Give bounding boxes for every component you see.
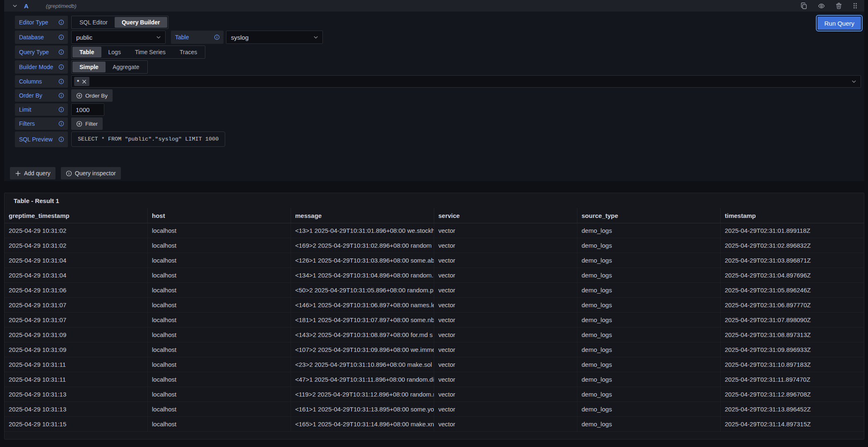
column-header-source_type[interactable]: source_type	[577, 208, 721, 223]
query-inspector-button[interactable]: Query inspector	[61, 167, 121, 179]
order-by-row: Order By Order By	[15, 89, 861, 102]
query-type-option-traces[interactable]: Traces	[173, 47, 204, 57]
table-cell: 2025-04-29T02:31:04.897696Z	[721, 268, 864, 282]
editor-type-option-query-builder[interactable]: Query Builder	[115, 17, 167, 28]
table-cell: 2025-04-29T02:31:11.897470Z	[721, 372, 864, 387]
query-type-group: Table Logs Time Series Traces	[71, 45, 205, 59]
table-cell: vector	[434, 402, 577, 416]
circle-plus-icon	[76, 93, 82, 99]
remove-query-icon[interactable]	[836, 2, 842, 9]
table-cell: 2025-04-29T02:31:09.896933Z	[721, 342, 864, 357]
query-type-option-logs[interactable]: Logs	[101, 47, 128, 57]
drag-handle-icon[interactable]	[853, 2, 858, 9]
info-icon[interactable]	[214, 34, 220, 40]
info-icon[interactable]	[58, 107, 64, 112]
table-cell: 2025-04-29T02:31:02.896832Z	[721, 238, 864, 253]
query-type-option-time-series[interactable]: Time Series	[128, 47, 173, 57]
sql-preview-row: SQL Preview SELECT * FROM "public"."sysl…	[15, 131, 861, 147]
table-cell: localhost	[148, 268, 291, 282]
results-table-panel: Table - Result 1 greptime_timestamphostm…	[4, 193, 864, 440]
editor-type-group: SQL Editor Query Builder	[71, 16, 168, 29]
info-circle-icon	[66, 170, 72, 177]
table-cell: localhost	[148, 402, 291, 416]
table-cell: 2025-04-29 10:31:02	[5, 223, 148, 238]
table-cell: localhost	[148, 298, 291, 312]
editor-type-option-sql-editor[interactable]: SQL Editor	[72, 17, 115, 28]
column-header-service[interactable]: service	[434, 208, 577, 223]
table-cell: 2025-04-29 10:31:02	[5, 238, 148, 253]
table-row: 2025-04-29 10:31:07localhost<181>1 2025-…	[5, 313, 864, 327]
table-cell: 2025-04-29 10:31:07	[5, 313, 148, 327]
builder-mode-option-aggregate[interactable]: Aggregate	[106, 62, 147, 72]
add-query-button[interactable]: Add query	[10, 167, 55, 179]
query-type-row: Query Type Table Logs Time Series Traces	[15, 45, 861, 59]
info-icon[interactable]	[58, 93, 64, 98]
table-row: 2025-04-29 10:31:07localhost<146>1 2025-…	[5, 298, 864, 313]
filters-row: Filters Filter	[15, 117, 861, 130]
hide-response-icon[interactable]	[818, 2, 825, 10]
add-filter-button[interactable]: Filter	[71, 117, 103, 130]
info-icon[interactable]	[58, 64, 64, 70]
limit-input[interactable]	[71, 103, 104, 116]
builder-mode-row: Builder Mode Simple Aggregate	[15, 60, 861, 74]
table-cell: demo_logs	[577, 253, 721, 268]
info-icon[interactable]	[58, 136, 64, 142]
table-cell: localhost	[148, 223, 291, 238]
info-icon[interactable]	[58, 19, 64, 25]
column-header-timestamp[interactable]: timestamp	[721, 208, 864, 223]
table-cell: 2025-04-29T02:31:07.898090Z	[721, 313, 864, 327]
table-cell: vector	[434, 253, 577, 268]
remove-chip-icon[interactable]	[82, 79, 87, 84]
table-select[interactable]: syslog	[226, 31, 323, 44]
column-header-message[interactable]: message	[291, 208, 434, 223]
query-type-option-table[interactable]: Table	[72, 47, 101, 57]
table-cell: 2025-04-29 10:31:15	[5, 417, 148, 431]
duplicate-query-icon[interactable]	[801, 2, 807, 9]
table-row: 2025-04-29 10:31:13localhost<119>2 2025-…	[5, 387, 864, 402]
table-cell: vector	[434, 238, 577, 253]
table-row: 2025-04-29 10:31:02localhost<13>1 2025-0…	[5, 223, 864, 238]
columns-multiselect[interactable]: *	[71, 75, 861, 88]
table-cell: localhost	[148, 372, 291, 387]
info-icon[interactable]	[58, 79, 64, 84]
table-cell: demo_logs	[577, 298, 721, 312]
table-cell: 2025-04-29 10:31:13	[5, 402, 148, 416]
table-cell: demo_logs	[577, 402, 721, 416]
table-cell: 2025-04-29T02:31:14.897315Z	[721, 417, 864, 431]
info-icon[interactable]	[58, 34, 64, 40]
table-cell: <126>1 2025-04-29T10:31:03.896+08:00 som…	[291, 253, 434, 268]
table-cell: 2025-04-29 10:31:06	[5, 283, 148, 297]
order-by-label: Order By	[15, 89, 68, 102]
table-cell: vector	[434, 372, 577, 387]
panel-title: Table - Result 1	[5, 193, 864, 208]
limit-row: Limit	[15, 103, 861, 116]
add-order-by-button[interactable]: Order By	[71, 89, 113, 102]
table-cell: 2025-04-29 10:31:04	[5, 253, 148, 268]
info-icon[interactable]	[58, 49, 64, 55]
table-header-row: greptime_timestamphostmessageservicesour…	[5, 208, 864, 223]
table-cell: localhost	[148, 387, 291, 402]
table-cell: vector	[434, 357, 577, 372]
database-select[interactable]: public	[71, 31, 166, 44]
table-cell: vector	[434, 268, 577, 282]
table-cell: 2025-04-29T02:31:05.896246Z	[721, 283, 864, 297]
query-ref-id[interactable]: A	[24, 2, 29, 10]
column-header-greptime_timestamp[interactable]: greptime_timestamp	[5, 208, 148, 223]
column-header-host[interactable]: host	[148, 208, 291, 223]
columns-label: Columns	[15, 75, 68, 88]
table-cell: 2025-04-29 10:31:04	[5, 268, 148, 282]
table-cell: <146>1 2025-04-29T10:31:06.897+08:00 nam…	[291, 298, 434, 312]
table-cell: 2025-04-29T02:31:03.896871Z	[721, 253, 864, 268]
table-cell: localhost	[148, 357, 291, 372]
table-label: Table	[171, 31, 224, 44]
collapse-chevron-icon[interactable]	[12, 3, 17, 8]
table-cell: localhost	[148, 417, 291, 431]
table-cell: <119>2 2025-04-29T10:31:12.896+08:00 ran…	[291, 387, 434, 402]
column-chip: *	[74, 77, 89, 86]
database-row: Database public Table syslog	[15, 31, 861, 44]
info-icon[interactable]	[58, 121, 64, 127]
plus-icon	[15, 170, 21, 177]
builder-mode-option-simple[interactable]: Simple	[72, 62, 106, 72]
table-cell: <13>1 2025-04-29T10:31:01.896+08:00 we.s…	[291, 223, 434, 238]
table-row: 2025-04-29 10:31:09localhost<107>2 2025-…	[5, 342, 864, 357]
